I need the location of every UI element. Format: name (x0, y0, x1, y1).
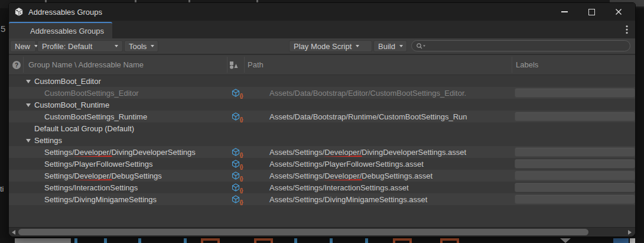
profile-dropdown[interactable]: Profile: Default (37, 40, 123, 52)
background-fragment (201, 238, 220, 243)
window-title: Addressables Groups (28, 8, 102, 17)
foldout-arrow-icon[interactable] (25, 99, 34, 111)
text-segment: Settings/ (44, 148, 74, 157)
close-icon (615, 8, 622, 15)
build-button-label: Build (378, 42, 395, 51)
tree-row[interactable]: Settings/DivingMinigameSettings {} Asset… (9, 193, 635, 205)
tree-row[interactable]: Settings/Developer/DivingDeveloperSettin… (9, 146, 635, 158)
search-input[interactable] (411, 40, 630, 51)
tree-row[interactable]: Settings/PlayerFollowerSettings {} Asset… (9, 158, 635, 170)
maximize-button[interactable] (586, 6, 597, 18)
group-name-cell: CustomBoot_Runtime (9, 99, 227, 111)
chevron-down-icon (115, 45, 118, 47)
scriptable-object-icon: {} (232, 195, 240, 204)
column-header-group-name[interactable]: Group Name \ Addressable Name (28, 55, 144, 74)
chevron-down-icon (151, 45, 154, 47)
background-fragment (294, 238, 297, 243)
close-button[interactable] (613, 6, 625, 18)
text-segment: /DivingDeveloperSettings (109, 148, 196, 157)
tree-row[interactable]: CustomBoot_Runtime (9, 99, 635, 111)
tree-row[interactable]: CustomBootSettings_Runtime {} Assets/Dat… (9, 111, 635, 122)
scroll-left-icon[interactable] (12, 230, 15, 235)
addressable-name-cell: Settings/Developer/DebugSettings (9, 171, 227, 180)
background-app-bottom (0, 238, 644, 243)
text-segment: /DivingDeveloperSettings.asset (359, 148, 466, 157)
background-fragment (630, 238, 635, 243)
labels-field[interactable] (515, 112, 635, 121)
addressable-name-cell: Settings/PlayerFollowerSettings (9, 160, 227, 169)
addressable-name-cell: CustomBootSettings_Runtime (9, 112, 227, 121)
foldout-arrow-icon[interactable] (25, 134, 34, 146)
labels-field[interactable] (515, 171, 635, 180)
tree-row[interactable]: Settings/InteractionSettings {} Assets/S… (9, 182, 635, 193)
labels-field[interactable] (515, 195, 635, 204)
build-button[interactable]: Build (373, 40, 407, 52)
help-icon[interactable]: ? (12, 61, 21, 69)
labels-cell (512, 195, 635, 204)
text-segment: Settings/InteractionSettings (44, 183, 138, 192)
play-mode-script-dropdown[interactable]: Play Mode Script (289, 40, 372, 52)
text-segment: /DebugSettings (109, 171, 162, 180)
horizontal-scrollbar[interactable] (9, 227, 635, 236)
red-underline-annotation: Developer (324, 148, 359, 157)
new-button[interactable]: New (10, 40, 36, 52)
profile-dropdown-label: Profile: Default (42, 42, 92, 51)
text-segment: Settings/PlayerFollowerSettings (44, 160, 153, 169)
text-segment: Assets/Data/Bootstrap/Runtime/CustomBoot… (269, 112, 467, 121)
tab-addressables-groups[interactable]: Addressables Groups (9, 22, 112, 38)
table-header: ? Group Name \ Addressable Name Path Lab… (9, 54, 635, 75)
group-name-cell: Settings (9, 134, 227, 146)
group-label: Settings (34, 136, 62, 145)
tree-row[interactable]: Default Local Group (Default) (9, 122, 635, 134)
addressable-name-cell: Settings/Developer/DivingDeveloperSettin… (9, 148, 227, 157)
chevron-down-icon (356, 45, 359, 47)
path-cell: Assets/Settings/InteractionSettings.asse… (244, 183, 512, 192)
tree-row[interactable]: CustomBootSettings_Editor {} Assets/Data… (9, 87, 635, 99)
text-segment: Settings/ (44, 171, 74, 180)
foldout-arrow-icon[interactable] (25, 75, 34, 87)
tools-button[interactable]: Tools (124, 40, 158, 52)
asset-type-cell: {} (227, 183, 244, 192)
window-menu-icon[interactable] (625, 25, 629, 34)
text-segment: Assets/Settings/ (269, 148, 324, 157)
labels-field[interactable] (515, 183, 635, 192)
asset-type-cell: {} (227, 112, 244, 121)
braces-glyph: {} (239, 93, 242, 99)
text-segment: Assets/Settings/InteractionSettings.asse… (269, 183, 409, 192)
chevron-down-icon (399, 45, 403, 47)
labels-cell (512, 147, 635, 157)
braces-glyph: {} (239, 176, 242, 182)
tree-row[interactable]: CustomBoot_Editor (9, 75, 635, 87)
labels-field[interactable] (515, 88, 635, 98)
scroll-right-icon[interactable] (628, 230, 632, 235)
column-header-labels[interactable]: Labels (516, 55, 538, 74)
tools-button-label: Tools (129, 42, 147, 51)
scriptable-object-icon: {} (232, 171, 240, 180)
braces-glyph: {} (239, 116, 242, 122)
column-divider[interactable] (227, 57, 227, 73)
column-header-path[interactable]: Path (248, 55, 264, 74)
search-icon (416, 43, 427, 50)
red-underline-annotation: Developer (324, 171, 359, 180)
labels-field[interactable] (515, 147, 635, 157)
tree-row[interactable]: Settings/Developer/DebugSettings {} Asse… (9, 170, 635, 182)
play-mode-script-label: Play Mode Script (294, 42, 352, 51)
asset-type-cell: {} (227, 148, 244, 157)
labels-cell (512, 88, 635, 98)
text-segment: CustomBootSettings_Editor (44, 89, 139, 98)
background-fragment (365, 238, 368, 243)
braces-glyph: {} (239, 187, 242, 193)
background-fragment (613, 238, 629, 243)
window-titlebar[interactable]: Addressables Groups (9, 3, 635, 21)
scrollbar-thumb[interactable] (18, 229, 588, 235)
tree-row[interactable]: Settings (9, 134, 635, 146)
minimize-button[interactable] (558, 6, 570, 18)
column-divider[interactable] (244, 57, 245, 73)
column-divider[interactable] (23, 57, 24, 73)
background-fragment (74, 238, 77, 243)
group-label: CustomBoot_Editor (34, 77, 101, 86)
path-cell: Assets/Data/Bootstrap/Runtime/CustomBoot… (244, 112, 512, 121)
asset-type-column-icon[interactable] (229, 61, 239, 71)
labels-field[interactable] (515, 159, 635, 169)
column-divider[interactable] (512, 57, 512, 73)
